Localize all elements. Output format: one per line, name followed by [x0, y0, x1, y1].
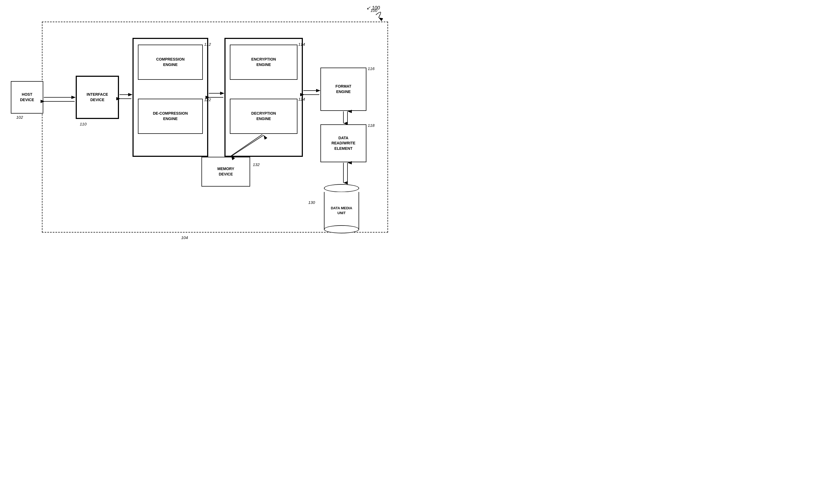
ref-118: 118: [368, 123, 375, 128]
decryption-engine-block: DECRYPTIONENGINE: [230, 99, 297, 134]
ref-104: 104: [181, 235, 188, 240]
encryption-engine-label: ENCRYPTIONENGINE: [251, 57, 276, 67]
ref-124: 124: [298, 97, 305, 101]
data-read-write-block: DATAREAD/WRITEELEMENT: [320, 124, 366, 162]
ref-110: 110: [80, 122, 87, 126]
interface-device-label: INTERFACEDEVICE: [87, 92, 108, 102]
interface-device-block: INTERFACEDEVICE: [76, 76, 119, 119]
ref-122: 122: [204, 97, 211, 102]
ref-100-top: ↙ 100: [366, 5, 380, 11]
cylinder-body: DATA MEDIAUNIT: [324, 192, 359, 230]
ref-112: 112: [204, 42, 211, 47]
memory-device-block: MEMORYDEVICE: [201, 157, 250, 187]
data-media-unit-label: DATA MEDIAUNIT: [331, 206, 352, 215]
cylinder-bottom-ellipse: [324, 225, 359, 233]
compression-engine-label: COMPRESSIONENGINE: [156, 57, 184, 67]
ref-114: 114: [298, 42, 305, 47]
diagram-container: 100 104 HOSTDEVICE 102 INTERFACEDEVICE 1…: [0, 0, 407, 252]
format-engine-label: FORMATENGINE: [336, 84, 352, 94]
compression-engine-block: COMPRESSIONENGINE: [138, 45, 203, 80]
cylinder-top: [324, 184, 359, 192]
data-read-write-label: DATAREAD/WRITEELEMENT: [332, 135, 356, 151]
decompression-engine-block: DE-COMPRESSIONENGINE: [138, 99, 203, 134]
memory-device-label: MEMORYDEVICE: [217, 166, 234, 177]
decryption-engine-label: DECRYPTIONENGINE: [251, 111, 276, 121]
ref-102: 102: [16, 115, 23, 120]
host-device-label: HOSTDEVICE: [20, 92, 34, 102]
ref-116: 116: [368, 66, 375, 71]
host-device-block: HOSTDEVICE: [11, 81, 43, 114]
ref-130: 130: [308, 200, 315, 205]
ref-132: 132: [253, 162, 260, 167]
encryption-engine-block: ENCRYPTIONENGINE: [230, 45, 297, 80]
decompression-engine-label: DE-COMPRESSIONENGINE: [153, 111, 188, 121]
data-media-unit-cylinder: DATA MEDIAUNIT: [324, 184, 359, 230]
format-engine-block: FORMATENGINE: [320, 68, 366, 111]
